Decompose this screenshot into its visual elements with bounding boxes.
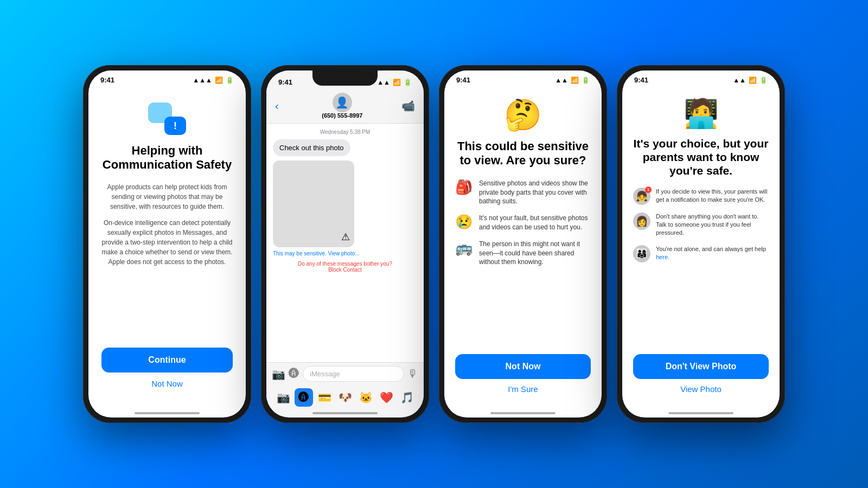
warning-text-2: It's not your fault, but sensitive photo… [479,214,591,232]
home-indicator-3 [490,412,556,414]
music-icon[interactable]: 🎵 [398,388,416,407]
contact-info: 👤 (650) 555-8997 [283,93,401,119]
phone-4-screen: 9:41 ▲▲ 📶 🔋 🧑‍💻 It's your choice, but yo… [622,70,780,418]
back-button[interactable]: ‹ [275,100,279,112]
person-with-helmet-emoji: 🧑‍💻 [684,97,719,130]
warning-item-1: 🎒 Sensitive photos and videos show the p… [455,179,591,206]
help-link[interactable]: here. [656,254,669,260]
blurred-image-icon: ⚠ [341,231,350,243]
view-photo-link[interactable]: View photo... [328,251,360,256]
camera-icon[interactable]: 📷 [272,368,285,381]
avatar-person-icon: 👤 [335,96,349,109]
battery-icon: 🔋 [226,76,234,84]
speech-bubble-dark: ! [164,117,186,135]
message-bubble: Check out this photo [273,139,350,156]
phone-1-screen: 9:41 ▲▲▲ 📶 🔋 ! Helping with Communicatio… [88,70,246,418]
avatar-emoji-2: 👩 [636,215,648,227]
phone-2: 9:41 ▲▲ 📶 🔋 ‹ 👤 (650) 555-8997 📹 W [261,65,429,423]
microphone-icon[interactable]: 🎙 [407,368,418,380]
phone-2-screen: 9:41 ▲▲ 📶 🔋 ‹ 👤 (650) 555-8997 📹 W [266,70,424,418]
phone-1-body-2: On-device intelligence can detect potent… [101,218,233,267]
warning-emoji-3: 🚌 [455,240,473,256]
video-call-icon[interactable]: 📹 [401,99,415,112]
phone-2-status-right: ▲▲ 📶 🔋 [377,79,412,86]
phone-2-notch [312,70,378,86]
phone-3-status-right: ▲▲ 📶 🔋 [555,76,590,84]
info-text-3: You're not alone, and can always get hel… [656,245,769,262]
phone-4-status-bar: 9:41 ▲▲ 📶 🔋 [622,70,780,86]
battery-icon-3: 🔋 [582,76,590,84]
stickers-icon[interactable]: 🐱 [356,388,375,407]
memoji-icon[interactable]: 🐶 [336,388,354,407]
phone-4-time: 9:41 [634,76,648,84]
notification-badge: 1 [645,187,652,193]
phone-1-title: Helping with Communication Safety [101,144,233,172]
home-indicator-2 [312,412,378,414]
message-image: ⚠ [273,160,354,247]
info-item-1: 👧 1 If you decide to view this, your par… [633,188,769,205]
phone-3-status-bar: 9:41 ▲▲ 📶 🔋 [444,70,602,86]
wifi-icon-4: 📶 [749,76,757,84]
signal-icon-3: ▲▲ [555,76,568,84]
thinking-emoji: 🤔 [504,97,542,133]
digital-touch-icon[interactable]: ❤️ [377,388,395,407]
imessage-input[interactable]: iMessage [303,366,404,382]
phones-container: 9:41 ▲▲▲ 📶 🔋 ! Helping with Communicatio… [72,54,796,434]
warning-item-2: 😢 It's not your fault, but sensitive pho… [455,214,591,232]
phone-4: 9:41 ▲▲ 📶 🔋 🧑‍💻 It's your choice, but yo… [617,65,785,423]
dont-view-photo-button[interactable]: Don't View Photo [633,354,769,379]
phone-1-main-content: ! Helping with Communication Safety Appl… [88,86,246,410]
phone-4-main-content: 🧑‍💻 It's your choice, but your parents w… [622,86,780,410]
info-avatar-1: 👧 1 [633,188,650,205]
phone-2-time: 9:41 [278,78,292,86]
message-timestamp: Wednesday 5:38 PM [273,129,417,135]
wifi-icon-2: 📶 [393,79,401,86]
info-item-3: 👨‍👩‍👧 You're not alone, and can always g… [633,245,769,262]
phone-1-screen-content: ! Helping with Communication Safety Appl… [88,86,246,410]
sensitive-note: This may be sensitive. View photo... [273,251,417,256]
contact-number[interactable]: (650) 555-8997 [322,112,362,119]
battery-icon-2: 🔋 [404,79,412,86]
signal-icon-2: ▲▲ [377,79,390,86]
view-photo-button[interactable]: View Photo [680,384,722,394]
applepay-icon[interactable]: 💳 [315,388,334,407]
battery-icon-4: 🔋 [760,76,768,84]
home-indicator-4 [668,412,733,414]
not-now-button-1[interactable]: Not Now [151,379,183,388]
wifi-icon-3: 📶 [571,76,579,84]
appstore-icon[interactable]: 🅐 [289,368,299,380]
message-input-bar: 📷 🅐 iMessage 🎙 [266,362,424,385]
warning-item-3: 🚌 The person in this might not want it s… [455,240,591,267]
photos-app-icon[interactable]: 📷 [274,388,292,407]
phone-1-footer: Continue Not Now [101,348,233,394]
exclaim-icon: ! [174,120,177,132]
not-now-button-3[interactable]: Not Now [455,354,591,379]
sensitive-text-label: This may be sensitive. [273,251,328,256]
info-item-2: 👩 Don't share anything you don't want to… [633,213,769,237]
phone-1: 9:41 ▲▲▲ 📶 🔋 ! Helping with Communicatio… [83,65,251,423]
messages-header: ‹ 👤 (650) 555-8997 📹 [266,88,424,124]
im-sure-button[interactable]: I'm Sure [508,384,538,394]
warning-text-3: The person in this might not want it see… [479,240,591,267]
home-indicator-1 [135,412,200,414]
signal-icon-4: ▲▲ [733,76,746,84]
info-text-2: Don't share anything you don't want to. … [656,213,769,237]
warning-emoji-1: 🎒 [455,179,473,196]
info-avatar-2: 👩 [633,213,650,230]
block-contact-link[interactable]: Block Contact [328,267,362,273]
apps-bar: 📷 🅐 💳 🐶 🐱 ❤️ 🎵 [266,385,424,410]
phone-1-time: 9:41 [100,76,114,84]
block-prompt: Do any of these messages bother you? Blo… [273,261,417,273]
phone-3: 9:41 ▲▲ 📶 🔋 🤔 This could be sensitive to… [439,65,607,423]
phone-4-footer: Don't View Photo View Photo [633,354,769,399]
phone-3-time: 9:41 [456,76,470,84]
contact-avatar: 👤 [333,93,352,112]
safety-icon: ! [148,102,186,135]
warning-text-1: Sensitive photos and videos show the pri… [479,179,591,206]
phone-3-screen: 9:41 ▲▲ 📶 🔋 🤔 This could be sensitive to… [444,70,602,418]
avatar-emoji-3: 👨‍👩‍👧 [636,248,648,260]
continue-button[interactable]: Continue [101,348,233,373]
wifi-icon: 📶 [215,76,223,84]
appstore-app-icon[interactable]: 🅐 [295,388,313,407]
phone-1-status-right: ▲▲▲ 📶 🔋 [193,76,234,84]
